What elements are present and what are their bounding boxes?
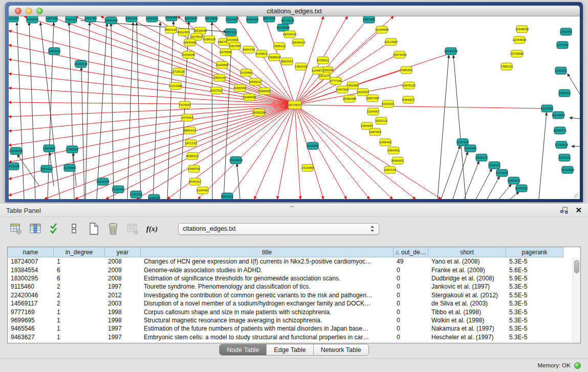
graph-node[interactable]: 7485063 [400,67,412,74]
graph-node[interactable]: 26206050 [9,147,23,155]
graph-node[interactable]: 20364486 [343,95,357,102]
table-row[interactable]: 946362711997Embryonic stem cells: a mode… [8,333,573,341]
zoom-window-icon[interactable] [36,8,43,14]
column-header-title[interactable]: title [141,247,394,257]
graph-node[interactable]: 1871233 [185,140,197,147]
graph-node[interactable]: 9245032 [148,194,160,199]
minimize-window-icon[interactable] [26,8,32,14]
graph-node[interactable]: 10653287 [184,16,198,22]
graph-node[interactable]: 6497568 [336,86,349,93]
citation-graph[interactable]: 8131304240557214071907190113165276020691… [9,16,580,199]
graph-node[interactable]: 9822037 [281,58,293,65]
graph-node[interactable]: 2619153 [112,186,124,193]
graph-node[interactable]: 16210643 [552,112,565,119]
graph-node[interactable]: 17016504 [555,141,569,148]
new-table-icon[interactable] [87,222,100,235]
graph-node[interactable]: 11548408 [515,26,529,33]
graph-node[interactable]: 1675404 [181,114,193,121]
graph-node[interactable]: 9245652 [515,185,528,192]
graph-node[interactable]: 9474444 [464,145,476,152]
show-columns-icon[interactable] [29,222,42,235]
graph-node[interactable]: 8549312 [189,178,201,185]
resize-grip-icon[interactable] [571,190,579,198]
table-row[interactable]: 977716911998Corpus callosum shape and si… [8,308,573,316]
graph-node[interactable]: 9154491 [197,187,209,194]
table-row[interactable]: 1830029562008Estimation of significance … [8,274,573,282]
graph-node[interactable]: 9242848 [216,61,228,69]
graph-node[interactable]: 1167533 [559,154,571,161]
graph-node[interactable]: 10807487 [366,95,380,102]
graph-node[interactable]: 5051112 [41,165,53,172]
vertical-scrollbar[interactable] [573,257,580,343]
import-table-icon[interactable] [126,222,139,235]
graph-node[interactable]: 8742205 [130,191,142,198]
graph-node[interactable]: 15688520 [268,54,281,61]
graph-node[interactable]: 6216010 [382,100,394,107]
graph-node[interactable]: 8912955 [178,29,190,36]
table-row[interactable]: 1938455462009Genome-wide association stu… [8,266,573,274]
graph-node[interactable]: 12975115 [402,82,416,89]
graph-node[interactable]: 7632621 [488,162,500,169]
graph-node[interactable]: 16644784 [444,48,458,55]
network-canvas[interactable]: 8131304240557214071907190113165276020691… [9,16,580,199]
graph-node[interactable]: 1513484 [301,164,314,171]
graph-node[interactable]: 9699695 [258,87,271,95]
graph-node[interactable]: 10719135 [281,17,295,24]
graph-node[interactable]: 7190113 [66,16,78,23]
graph-node[interactable]: 15634046 [229,157,243,164]
graph-node[interactable]: 1616212 [375,117,387,124]
graph-node[interactable]: 2069141 [125,16,138,22]
graph-node[interactable]: 1144871 [312,67,324,74]
column-header-out_de[interactable]: △out_de… [394,247,428,257]
float-panel-icon[interactable] [560,207,568,214]
column-header-short[interactable]: short [428,247,506,257]
graph-node[interactable]: 9475685 [220,49,232,56]
scrollbar-thumb[interactable] [574,260,579,273]
function-builder-icon[interactable]: f(x) [145,222,159,235]
graph-node[interactable]: 16154808 [375,26,389,33]
graph-node[interactable]: 12213967 [384,38,398,46]
graph-node[interactable]: 8131304 [9,16,19,22]
graph-node[interactable]: 1498254 [66,146,78,153]
graph-node[interactable]: 2935114 [476,154,488,161]
graph-node[interactable]: 19218986 [276,24,290,31]
graph-node[interactable]: 8215958 [541,105,553,112]
graph-node[interactable]: 1085412 [558,90,571,97]
graph-node[interactable]: 1652760 [84,16,97,22]
graph-node[interactable]: 1527602 [226,16,238,23]
graph-hub-node[interactable]: 18724007 [288,101,302,109]
graph-node[interactable]: 2063510 [48,48,60,55]
tab-network-table[interactable]: Network Table [314,344,368,355]
select-all-icon[interactable] [48,222,61,235]
table-mode-icon[interactable] [9,222,23,235]
graph-node[interactable]: 30911406 [96,178,110,185]
table-panel-titlebar[interactable]: ▪▪ Table Panel ✕ [0,204,588,217]
table-row[interactable]: 1872400712008Changes of HCN gene express… [8,257,573,266]
network-view-window[interactable]: citations_edges.txt 81313042405572140719… [5,2,583,202]
graph-node[interactable]: 1548793 [188,165,200,172]
graph-node[interactable]: 10973493 [393,51,407,58]
delete-table-icon[interactable] [106,222,120,235]
graph-node[interactable]: 9806413 [184,127,196,134]
graph-node[interactable]: 9146821 [255,50,268,57]
graph-node[interactable]: 18300295 [252,109,266,116]
graph-node[interactable]: 2803144 [213,74,226,81]
graph-node[interactable]: 12213382 [169,82,183,90]
column-header-pagerank[interactable]: pagerank [506,247,563,257]
graph-node[interactable]: 1624534 [357,89,369,96]
graph-node[interactable]: 16640910 [292,39,306,46]
graph-node[interactable]: 2204097 [367,108,379,115]
graph-node[interactable]: 9755812 [317,57,329,64]
column-header-in_degree[interactable]: in_degree [54,247,105,257]
graph-node[interactable]: 1897564 [369,128,381,136]
table-row[interactable]: 911546021997Tourette syndrome. Phenomeno… [8,282,573,291]
graph-node[interactable]: 14569117 [249,78,263,85]
graph-node[interactable]: 10654112 [507,177,521,184]
graph-node[interactable]: 1407190 [46,16,58,22]
graph-node[interactable]: 22420046 [182,51,195,58]
graph-node[interactable]: 1652143 [384,166,396,173]
row-height-icon[interactable] [68,222,81,235]
graph-node[interactable]: 8601128 [165,26,178,33]
graph-node[interactable]: 7524542 [179,101,191,108]
panel-drag-handle-icon[interactable]: ▪▪ [291,204,295,209]
